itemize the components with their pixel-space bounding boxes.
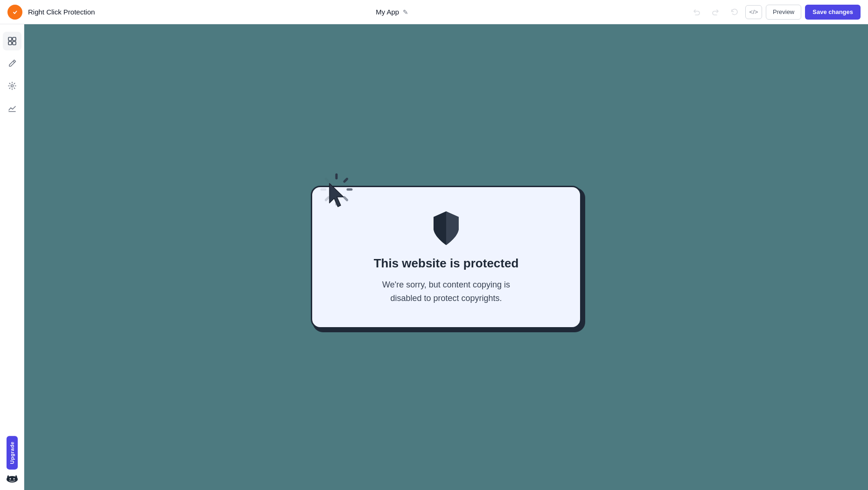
svg-point-8 — [13, 478, 14, 480]
sidebar-item-tools[interactable] — [3, 54, 21, 73]
svg-rect-3 — [8, 42, 12, 45]
code-button[interactable]: </> — [745, 5, 762, 19]
svg-point-7 — [9, 478, 11, 480]
app-name: My App — [376, 8, 399, 16]
shield-icon — [430, 210, 462, 247]
sidebar-item-analytics[interactable] — [3, 99, 21, 118]
svg-point-5 — [11, 85, 13, 87]
save-button[interactable]: Save changes — [805, 5, 861, 20]
sidebar: Upgrade — [0, 24, 24, 490]
header: Right Click Protection My App ✎ </> — [0, 0, 868, 24]
main-layout: Upgrade — [0, 24, 868, 490]
svg-rect-4 — [13, 42, 16, 45]
sidebar-item-dashboard[interactable] — [3, 32, 21, 50]
cat-icon — [4, 473, 21, 483]
logo — [7, 5, 22, 20]
header-right: </> Preview Save changes — [689, 5, 861, 20]
svg-point-0 — [11, 8, 19, 16]
shield-icon-wrapper — [338, 210, 554, 247]
protection-scene: This website is protected We're sorry, b… — [297, 159, 595, 355]
sidebar-item-settings[interactable] — [3, 77, 21, 95]
edit-icon[interactable]: ✎ — [403, 8, 408, 16]
header-left: Right Click Protection — [7, 5, 95, 20]
cursor-arrow — [328, 182, 351, 209]
card-desc: We're sorry, but content copying isdisab… — [338, 278, 554, 305]
cursor-wrapper — [315, 168, 362, 220]
code-icon: </> — [749, 8, 758, 15]
svg-rect-1 — [8, 37, 12, 41]
sidebar-bottom: Upgrade — [4, 436, 21, 483]
svg-rect-2 — [13, 37, 16, 41]
restore-button[interactable] — [727, 5, 742, 20]
header-center: My App ✎ — [376, 8, 408, 16]
canvas-area: This website is protected We're sorry, b… — [24, 24, 868, 490]
card-title: This website is protected — [338, 256, 554, 271]
undo-button[interactable] — [689, 5, 704, 20]
preview-button[interactable]: Preview — [766, 5, 801, 20]
upgrade-button[interactable]: Upgrade — [7, 436, 18, 469]
redo-button[interactable] — [708, 5, 723, 20]
header-title: Right Click Protection — [28, 8, 95, 16]
